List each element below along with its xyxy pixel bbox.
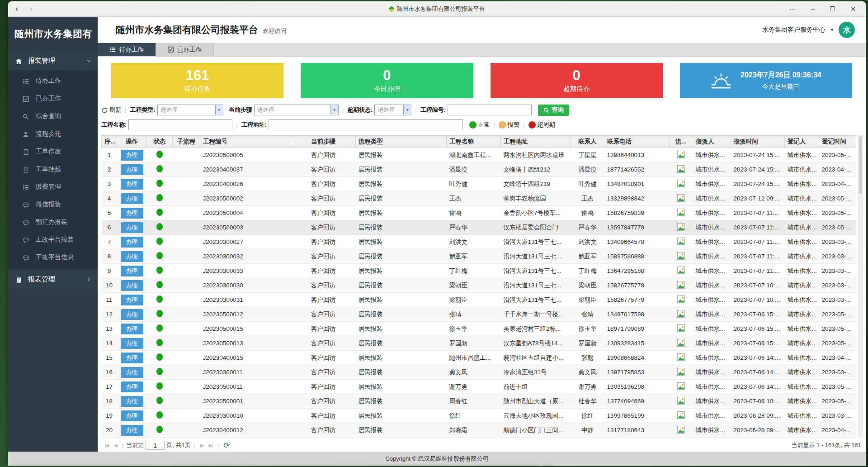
flow-chart-icon[interactable] [677,151,685,160]
handle-button[interactable]: 办理 [121,410,143,421]
flow-chart-icon[interactable] [677,252,685,261]
scrollbar-thumb[interactable] [859,136,862,194]
handle-button[interactable]: 办理 [121,208,143,219]
maximize-icon[interactable] [830,6,835,11]
sidebar-item[interactable]: 工改平台报装 [8,231,98,248]
card-today-done[interactable]: 0 今日办理 [301,63,473,98]
sidebar-item[interactable]: 流程委托 [8,125,98,143]
handle-button[interactable]: 办理 [121,367,143,378]
flow-chart-icon[interactable] [677,238,685,247]
overdue-status-select[interactable]: 请选择▼ [374,105,411,115]
card-overdue[interactable]: 0 超期待办 [491,63,663,98]
handle-button[interactable]: 办理 [121,425,143,436]
table-row[interactable]: 17办理J20230500011客户回访居民报装谢万勇前进十组谢万勇130351… [102,380,856,394]
table-row[interactable]: 5办理J20230500004客户回访居民报装雷鸣金香韵小区7号楼车...雷鸣1… [102,206,856,220]
table-row[interactable]: 7办理J20230300027客户回访居民报装刘洪文沿河大道131号三七...刘… [102,235,856,249]
forward-arrow-icon[interactable]: › [30,4,33,14]
table-row[interactable]: 2办理J20230400037客户回访居民报装潘显漠文峰塔十四组212潘显漠18… [102,162,856,177]
tab-pending-work[interactable]: 待办工作 [98,43,156,56]
back-arrow-icon[interactable]: ‹ [15,4,18,14]
flow-chart-icon[interactable] [677,180,685,189]
flow-chart-icon[interactable] [677,397,685,406]
handle-button[interactable]: 办理 [121,324,143,334]
table-row[interactable]: 13办理J20230500015客户回访居民报装徐玉华吴家老湾村三组2栋...徐… [102,322,856,336]
table-row[interactable]: 8办理J20230300032客户回访居民报装鲍亚军沿河大道131号三七...鲍… [102,249,856,264]
table-row[interactable]: 3办理J20230400026客户回访居民报装叶秀健文峰塔十四组219叶秀健13… [102,177,856,191]
reload-table-icon[interactable]: ⟳ [223,441,230,450]
table-scrollbar[interactable] [858,135,863,437]
project-name-input[interactable] [128,119,232,130]
user-menu[interactable]: 水务集团客户服务中心 [762,26,826,34]
handle-button[interactable]: 办理 [121,295,143,305]
flow-chart-icon[interactable] [677,324,685,334]
card-pending-tasks[interactable]: 161 待办任务 [111,63,283,98]
table-row[interactable]: 12办理J20230500012客户回访居民报装张晴千千水岸一期一号楼...张晴… [102,307,856,322]
handle-button[interactable]: 办理 [121,353,143,363]
flow-chart-icon[interactable] [677,426,685,435]
flow-chart-icon[interactable] [677,209,685,218]
project-code-input[interactable] [448,105,532,115]
table-row[interactable]: 16办理J20230300011客户回访居民报装龚文凤冷家湾五组31号龚文凤13… [102,365,856,380]
flow-chart-icon[interactable] [677,295,685,305]
search-button[interactable]: 查询 [538,105,569,116]
sidebar-item[interactable]: 综合查询 [8,107,98,125]
flow-chart-icon[interactable] [677,281,685,290]
minimize-icon[interactable]: – [811,6,815,12]
table-row[interactable]: 11办理J20230300031客户回访居民报装梁朝臣沿河大道131号三七...… [102,293,856,307]
handle-button[interactable]: 办理 [121,338,143,349]
handle-button[interactable]: 办理 [121,251,143,262]
flow-chart-icon[interactable] [677,368,685,377]
sidebar-item[interactable]: 缴费管理 [8,178,98,195]
next-page-icon[interactable]: ▶ [200,443,203,448]
table-row[interactable]: 20办理J20230400012客户回访居民报装郑晓霜顺德门小区门口三间...申… [102,423,856,438]
flow-chart-icon[interactable] [677,223,685,232]
handle-button[interactable]: 办理 [121,193,143,204]
table-row[interactable]: 9办理J20230300033客户回访居民报装丁红梅沿河大道131号三七...丁… [102,264,856,278]
flow-chart-icon[interactable] [677,165,685,174]
handle-button[interactable]: 办理 [121,396,143,407]
sidebar-item[interactable]: 已办工作 [8,90,98,107]
refresh-icon[interactable] [101,106,108,114]
handle-button[interactable]: 办理 [121,381,143,392]
table-row[interactable]: 4办理J20230500002客户回访居民报装王杰蒋岗丰农物流园王杰133298… [102,191,856,206]
prev-page-icon[interactable]: ◀ [113,443,116,448]
tab-done-work[interactable]: 已办工作 [156,43,214,56]
handle-button[interactable]: 办理 [121,179,143,190]
table-row[interactable]: 14办理J20230500013客户回访居民报装罗国新汉东星都A78号楼14..… [102,336,856,351]
sidebar-item-baozhuang-guanli[interactable]: 报装管理 [8,51,98,70]
handle-button[interactable]: 办理 [121,237,143,248]
first-page-icon[interactable]: |◀ [105,443,108,448]
sidebar-item[interactable]: 工单挂起 [8,160,98,178]
project-type-select[interactable]: 请选择▼ [157,105,223,115]
handle-button[interactable]: 办理 [121,280,143,291]
flow-chart-icon[interactable] [677,267,685,276]
handle-button[interactable]: 办理 [121,309,143,320]
table-row[interactable]: 18办理J20230500001客户回访居民报装周春红随州市烈山大道（原...杜… [102,394,856,409]
avatar[interactable]: 水 [839,22,855,38]
table-row[interactable]: 15办理J20230400015客户回访居民报装随州市昌盛工...襄湾社区五组自… [102,351,856,365]
flow-chart-icon[interactable] [677,382,685,391]
table-row[interactable]: 6办理J20230500003客户回访居民报装严春华汉东楼居委会阳合门严春华13… [102,220,856,235]
last-page-icon[interactable]: ▶| [209,443,212,448]
current-step-select[interactable]: 请选择▼ [254,105,339,115]
handle-button[interactable]: 办理 [121,164,143,175]
table-row[interactable]: 1办理J20230500005客户回访居民报装湖北南鑫工程...两水沟社区内两水… [102,148,856,162]
sidebar-item[interactable]: 工改平台信息 [8,248,98,266]
sidebar-item[interactable]: 待办工作 [8,72,98,90]
sidebar-item[interactable]: 工单作废 [8,143,98,160]
sidebar-item[interactable]: 微信报装 [8,195,98,213]
flow-chart-icon[interactable] [677,310,685,319]
refresh-label[interactable]: 刷新 [109,106,121,114]
flow-chart-icon[interactable] [677,353,685,362]
flow-chart-icon[interactable] [677,194,685,203]
page-number-input[interactable] [146,441,165,450]
handle-button[interactable]: 办理 [121,222,143,233]
more-menu-icon[interactable]: ··· [789,6,796,12]
flow-chart-icon[interactable] [677,411,685,420]
flow-chart-icon[interactable] [677,339,685,348]
table-row[interactable]: 19办理J20230300010客户回访居民报装徐红云海天地小区玫瑰园...徐红… [102,409,856,423]
sidebar-item[interactable]: 鄂汇办报装 [8,213,98,231]
project-addr-input[interactable] [269,119,463,130]
close-icon[interactable]: ✕ [850,6,856,12]
handle-button[interactable]: 办理 [121,150,143,161]
